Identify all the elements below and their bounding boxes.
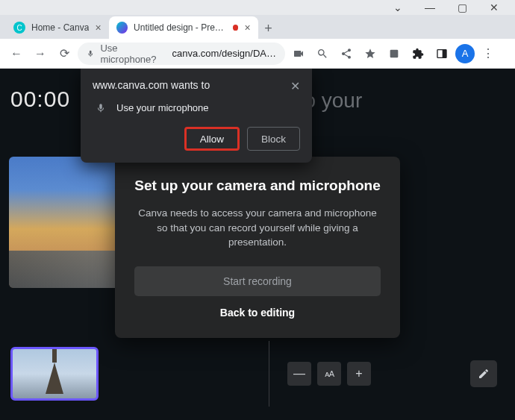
permission-title: www.canva.com wants to (93, 79, 210, 91)
microphone-icon (87, 49, 94, 58)
edit-notes-button[interactable] (470, 360, 497, 387)
start-recording-button[interactable]: Start recording (134, 266, 381, 296)
block-button[interactable]: Block (247, 127, 300, 151)
recording-timer: 00:00 (10, 87, 70, 112)
permission-item-label: Use your microphone (116, 102, 209, 113)
tab-untitled-design[interactable]: Untitled design - Presen × (109, 16, 258, 39)
text-size-increase-button[interactable]: + (347, 362, 371, 386)
window-close-icon[interactable]: ✕ (490, 1, 499, 13)
setup-heading: Set up your camera and microphone (134, 178, 381, 194)
slide-preview-large (9, 157, 127, 288)
text-size-indicator[interactable]: ᴀA (317, 362, 341, 386)
microphone-icon (96, 103, 106, 113)
camera-icon[interactable] (288, 43, 309, 64)
bookmark-icon[interactable] (360, 43, 381, 64)
tab-close-icon[interactable]: × (244, 22, 250, 34)
profile-avatar[interactable]: A (455, 44, 475, 63)
tab-label: Untitled design - Presen (134, 22, 226, 33)
tab-close-icon[interactable]: × (95, 22, 101, 34)
pencil-icon (478, 368, 490, 380)
setup-description: Canva needs to access your camera and mi… (134, 206, 381, 250)
svg-rect-0 (390, 49, 399, 57)
zoom-icon[interactable] (312, 43, 333, 64)
permission-item: Use your microphone (93, 102, 300, 113)
canva-favicon-icon (116, 22, 128, 34)
notes-controls: — ᴀA + (269, 327, 515, 420)
omnibox-url: canva.com/design/DA… (172, 48, 276, 59)
tab-home-canva[interactable]: C Home - Canva × (6, 16, 109, 39)
window-controls: ⌄ — ▢ ✕ (0, 0, 515, 15)
recording-indicator-icon (233, 25, 239, 31)
omnibox-hint: Use microphone? (100, 43, 166, 65)
camera-mic-setup-modal: Set up your camera and microphone Canva … (115, 157, 400, 338)
sidepanel-icon[interactable] (431, 43, 452, 64)
text-size-decrease-button[interactable]: — (287, 362, 311, 386)
canva-favicon-icon: C (13, 22, 25, 34)
slide-thumbnail-selected[interactable] (10, 347, 99, 401)
tab-strip: C Home - Canva × Untitled design - Prese… (0, 15, 515, 39)
allow-button[interactable]: Allow (184, 127, 240, 151)
new-tab-button[interactable]: + (258, 18, 279, 39)
share-icon[interactable] (336, 43, 357, 64)
forward-button[interactable]: → (30, 43, 51, 64)
kebab-menu-icon[interactable]: ⋮ (478, 43, 499, 64)
permission-prompt: www.canva.com wants to ✕ Use your microp… (81, 69, 312, 163)
address-bar[interactable]: Use microphone? canva.com/design/DA… (78, 43, 285, 65)
eiffel-tower-icon (46, 363, 63, 394)
window-minimize-icon[interactable]: — (425, 1, 435, 13)
window-maximize-icon[interactable]: ▢ (458, 1, 467, 13)
window-dropdown-icon[interactable]: ⌄ (393, 1, 402, 13)
svg-rect-2 (443, 49, 446, 57)
tab-label: Home - Canva (31, 22, 89, 33)
bottom-bar: — ᴀA + (0, 327, 515, 420)
back-to-editing-link[interactable]: Back to editing (134, 307, 381, 319)
permission-close-icon[interactable]: ✕ (290, 79, 300, 93)
reload-button[interactable]: ⟳ (54, 43, 75, 64)
canva-recording-page: 00:00 d notes to your sign Set up your c… (0, 69, 515, 420)
back-button[interactable]: ← (6, 43, 27, 64)
extension-icon[interactable] (384, 43, 405, 64)
browser-toolbar: ← → ⟳ Use microphone? canva.com/design/D… (0, 39, 515, 69)
slide-filmstrip (0, 327, 269, 420)
puzzle-icon[interactable] (408, 43, 428, 64)
